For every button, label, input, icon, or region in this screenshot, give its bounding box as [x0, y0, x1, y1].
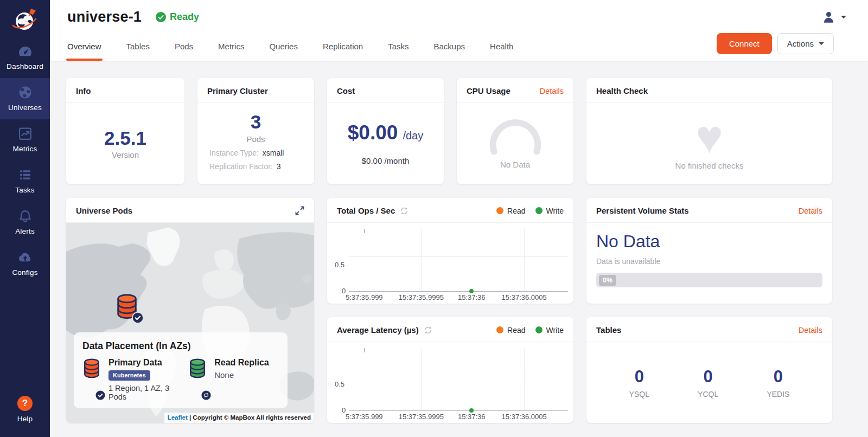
x-tick: 5:37:35.999	[346, 413, 383, 421]
legend-read[interactable]: Read	[496, 326, 525, 335]
instance-type-value: xsmall	[263, 149, 284, 157]
data-placement-title: Data Placement (In AZs)	[82, 340, 279, 352]
heart-icon: ♥	[695, 117, 723, 157]
tables-details-link[interactable]: Details	[799, 326, 822, 335]
x-tick: 15:37:36.0005	[502, 413, 547, 421]
chart-legend: Read Write	[496, 326, 564, 335]
card-title: Average Latency (µs)	[337, 325, 419, 335]
cost-card: Cost $0.00 /day $0.00 /month	[327, 78, 444, 184]
ycql-count-block: 0 YCQL	[698, 367, 718, 399]
tab-tables[interactable]: Tables	[126, 42, 150, 61]
status-label: Ready	[170, 11, 199, 23]
card-title: Info	[76, 86, 91, 95]
connect-button[interactable]: Connect	[717, 33, 772, 54]
tab-tasks[interactable]: Tasks	[388, 42, 409, 61]
refresh-icon[interactable]	[424, 326, 432, 335]
check-badge-icon	[132, 312, 144, 324]
sync-badge-icon	[201, 390, 211, 400]
card-title: Tables	[596, 325, 621, 335]
usage-progress-bar: 0%	[596, 273, 822, 287]
sidebar-item-metrics[interactable]: Metrics	[0, 119, 50, 160]
legend-write[interactable]: Write	[535, 326, 564, 335]
world-map[interactable]: Data Placement (In AZs)	[66, 223, 314, 423]
sidebar-item-dashboard[interactable]: Dashboard	[0, 37, 50, 78]
avg-latency-chart-card: Average Latency (µs) Read Write	[327, 317, 573, 423]
actions-button[interactable]: Actions	[777, 33, 834, 54]
sidebar-item-label: Tasks	[15, 186, 35, 194]
expand-map-button[interactable]	[295, 206, 304, 215]
planet-rocket-icon	[11, 6, 39, 34]
attribution-text: | Copyright © MapBox All rights reserved	[189, 414, 311, 421]
yugabyte-logo[interactable]	[0, 3, 50, 37]
read-replica-block: Read Replica None	[188, 358, 279, 401]
sidebar-item-tasks[interactable]: Tasks	[0, 160, 50, 202]
read-replica-value: None	[214, 370, 269, 380]
tab-backups[interactable]: Backups	[434, 42, 465, 61]
sidebar-item-label: Configs	[12, 268, 37, 277]
tab-queries[interactable]: Queries	[269, 42, 298, 61]
gauge-arc	[484, 119, 547, 155]
card-title: Health Check	[596, 86, 648, 95]
replica-database-icon	[188, 358, 207, 380]
sidebar-item-configs[interactable]: Configs	[0, 243, 50, 284]
tables-card: Tables Details 0 YSQL 0 YCQL 0 YEDIS	[586, 317, 832, 423]
chevron-down-icon	[819, 42, 824, 45]
universe-title: universe-1	[67, 9, 142, 25]
help-icon: ?	[17, 396, 33, 411]
leaflet-link[interactable]: Leaflet	[168, 414, 188, 421]
instance-type-key: Instance Type:	[209, 149, 259, 157]
cluster-map-marker[interactable]	[115, 293, 140, 323]
yedis-count-block: 0 YEDIS	[767, 367, 789, 399]
sidebar-item-universes[interactable]: Universes	[0, 78, 50, 119]
provider-badge: Kubernetes	[108, 370, 150, 381]
x-tick: 15:37:36	[458, 293, 486, 301]
persistent-volume-card: Persistent Volume Stats Details No Data …	[586, 198, 832, 304]
metrics-chart-icon	[18, 126, 33, 141]
x-tick: 15:37:36	[458, 413, 486, 421]
chart-plot-area: 0.5 0 5:37:35.999 15:37:35.9995 15:37:36…	[327, 223, 573, 304]
sidebar-item-help[interactable]: ? Help	[0, 389, 50, 430]
user-avatar-icon	[821, 10, 836, 24]
tab-health[interactable]: Health	[490, 42, 513, 61]
check-circle-icon	[156, 12, 166, 22]
refresh-icon[interactable]	[400, 207, 409, 215]
cost-per-day-unit: /day	[403, 130, 423, 142]
read-replica-title: Read Replica	[214, 358, 269, 368]
health-check-card: Health Check ♥ No finished checks	[586, 78, 832, 184]
sidebar-nav: Dashboard Universes Metrics	[0, 37, 50, 284]
x-tick: 15:37:36.0005	[502, 293, 547, 301]
globe-icon	[18, 85, 33, 100]
write-data-point	[469, 408, 474, 413]
pvs-value: No Data	[596, 232, 822, 252]
main-area: universe-1 Ready	[50, 0, 868, 437]
dashboard-gauge-icon	[18, 44, 33, 59]
sidebar-item-alerts[interactable]: Alerts	[0, 202, 50, 243]
usage-percent-label: 0%	[599, 275, 616, 286]
pvs-details-link[interactable]: Details	[799, 207, 822, 215]
legend-write[interactable]: Write	[535, 207, 564, 215]
bell-icon	[18, 209, 33, 223]
write-data-point	[469, 289, 474, 293]
dashboard-grid: Info 2.5.1 Version Primary Cluster 3 Pod…	[50, 61, 868, 423]
cpu-details-link[interactable]: Details	[540, 87, 564, 95]
x-tick: 5:37:35.999	[346, 293, 383, 301]
version-value: 2.5.1	[104, 128, 146, 149]
replication-factor-key: Replication Factor:	[209, 162, 273, 171]
write-dot-icon	[535, 207, 542, 214]
tab-overview[interactable]: Overview	[67, 42, 101, 61]
version-label: Version	[112, 150, 139, 159]
ysql-count-block: 0 YSQL	[629, 367, 649, 399]
tab-metrics[interactable]: Metrics	[218, 42, 244, 61]
sidebar-item-label: Metrics	[13, 145, 37, 153]
cpu-empty-label: No Data	[500, 160, 530, 169]
pvs-subtitle: Data is unavailable	[596, 257, 822, 266]
y-tick: 0.5	[335, 380, 344, 388]
card-title: Persistent Volume Stats	[596, 206, 689, 215]
cloud-upload-icon	[18, 250, 33, 265]
tab-replication[interactable]: Replication	[323, 42, 363, 61]
data-placement-panel: Data Placement (In AZs)	[74, 332, 288, 408]
legend-read[interactable]: Read	[496, 207, 525, 215]
tab-pods[interactable]: Pods	[175, 42, 193, 61]
read-dot-icon	[496, 326, 503, 333]
user-menu[interactable]	[821, 10, 846, 24]
